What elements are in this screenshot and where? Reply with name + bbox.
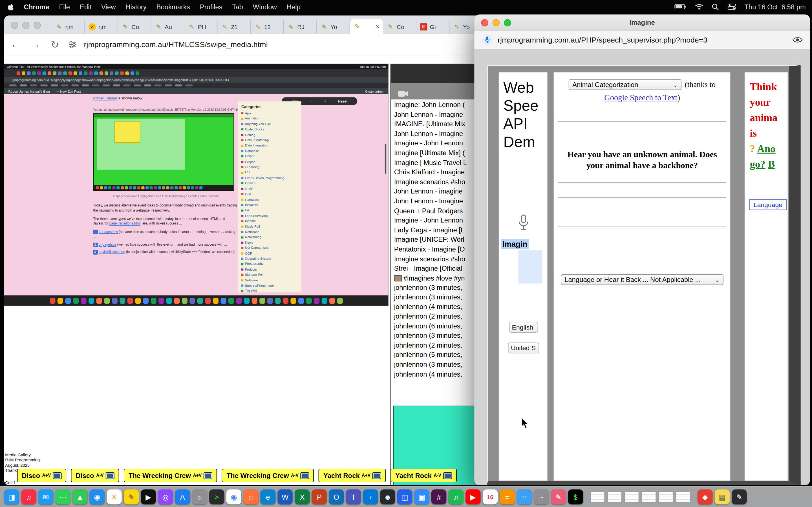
browser-tab[interactable]: ✎ Au [151,20,185,34]
dock-app-icon[interactable]: T [346,490,361,504]
video-list-item[interactable]: John Lennon - Imagine [394,110,478,119]
media-gallery-button[interactable]: The Wrecking CrewA+V [124,469,217,482]
pagetransitions-link[interactable]: pageTransitions.html [109,222,140,225]
media-gallery-button[interactable]: Yacht RockA+V [319,469,386,482]
window-preview[interactable] [659,492,673,503]
menubar-item[interactable]: History [125,3,146,11]
category-link[interactable]: Coding [241,132,298,138]
dock-app-icon[interactable]: ⋯ [56,490,70,504]
dock-app-icon[interactable]: e [260,490,275,504]
dock-app-icon[interactable]: ▣ [414,490,429,504]
embedded-screenshot-media[interactable]: Chrome File Edit View History Bookmarks … [4,64,389,306]
video-list-item[interactable]: John Lennon - imagine [394,187,478,196]
category-link[interactable]: Spectro/Photometer [241,283,298,288]
zoom-reset-button[interactable]: Reset [338,100,347,103]
menubar-item[interactable]: Bookmarks [156,3,190,11]
browser-tab[interactable]: ✎ rjm [52,20,85,34]
category-link[interactable]: Networking [241,235,298,240]
window-preview[interactable] [607,492,622,503]
dock-app-icon[interactable]: ◆ [698,490,712,504]
category-link[interactable]: Animation [241,116,298,121]
browser-tab[interactable]: E Gi [416,20,450,34]
eye-icon[interactable] [792,36,803,44]
dialect-select-button[interactable]: United S [508,342,539,353]
video-list-item[interactable]: johnlennon (6 minutes, [394,322,478,331]
dock-app-icon[interactable]: ▤ [715,490,730,504]
video-list-item[interactable]: Imagine scenarios #sho [394,177,478,187]
browser-tab[interactable]: ✎ Co [383,20,416,34]
category-link[interactable]: Operating System [241,256,298,262]
browser-tab[interactable]: ✎ × [350,18,384,34]
control-center-icon[interactable] [728,4,736,10]
onpagehide-link[interactable]: onpagehide [99,242,116,246]
dock-app-icon[interactable]: ▶ [141,490,156,504]
reload-button[interactable]: ↻ [49,39,61,50]
video-list-item[interactable]: Imagine | Music Travel L [394,158,478,168]
zoom-window-button[interactable] [34,22,41,29]
category-link[interactable]: Anything You Like [241,121,298,127]
browser-tab[interactable]: ✎ PH [185,20,218,34]
address-bar[interactable]: rjmprogramming.com.au/HTMLCSS/swipe_medi… [84,40,268,48]
microphone-icon[interactable] [481,34,493,45]
video-list-item[interactable]: Lady Gaga - Imagine [L [394,225,478,235]
dock-app-icon[interactable]: > [209,490,224,504]
browser-tab[interactable]: ✎ 12 [251,20,284,34]
hear-it-back-select[interactable]: Language or Hear it Back ... Not Applica… [561,274,723,285]
browser-tab[interactable]: ✓ rjm [85,20,118,34]
menubar-item[interactable]: Help [287,3,301,11]
video-list-item[interactable]: John Lennon - Imagine [394,196,478,206]
video-list-item[interactable]: Imagine [Ultimate Mix] ( [394,149,478,158]
dock-app-icon[interactable]: ◉ [90,490,105,504]
embedded-scrollbar[interactable] [385,144,387,174]
dock-app-icon[interactable]: ☼ [192,490,207,504]
dock-app-icon[interactable]: # [432,490,446,504]
category-link[interactable]: Moodle [241,218,298,224]
tutorial-screenshot-thumbnail[interactable] [93,113,234,191]
primer-tutorial-link[interactable]: Primer Tutorial [93,96,117,100]
video-list-item[interactable]: johnlennon (2 minutes, [394,341,478,350]
category-link[interactable]: iOS [241,208,298,213]
category-link[interactable]: Tiki Wiki [241,288,298,292]
category-link[interactable]: Photography [241,262,298,267]
category-link[interactable]: Signage Poll [241,272,298,277]
dock-app-icon[interactable]: O [329,490,344,504]
close-window-button[interactable] [11,22,18,29]
dock-app-icon[interactable]: ▶ [465,490,480,504]
category-link[interactable]: OOP [241,251,298,256]
menubar-item[interactable]: Window [253,3,277,11]
media-gallery-button[interactable]: DiscoA-V [71,469,119,482]
video-list-item[interactable]: johnlennon (4 minutes, [394,370,478,379]
browser-tab[interactable]: ✎ RJ [284,20,317,34]
window-preview[interactable] [676,492,690,503]
category-link[interactable]: Delphi [241,154,298,159]
video-list-item[interactable]: johnlennon (3 minutes, [394,293,478,302]
minimize-window-button[interactable] [22,22,30,29]
video-list-item[interactable]: Imagine - John Lennon [394,216,478,225]
window-preview[interactable] [642,492,656,503]
language-button[interactable]: Language [749,199,786,210]
browser-tab[interactable]: ✎ Co [118,20,151,34]
apple-logo-icon[interactable] [7,3,14,11]
category-link[interactable]: News [241,240,298,245]
animal-categorization-select[interactable]: Animal Categorization ⌄ [569,79,681,90]
wifi-icon[interactable] [695,4,703,10]
category-link[interactable]: Software [241,278,298,283]
browser-tab[interactable]: ✎ Yo [317,20,350,34]
site-settings-icon[interactable] [68,40,77,48]
category-link[interactable]: Music Poll [241,224,298,229]
dock-app-icon[interactable]: A [175,490,190,504]
category-link[interactable]: Not Categorised [241,245,298,251]
category-link[interactable]: Database [241,149,298,154]
category-link[interactable]: Games [241,181,298,186]
category-link[interactable]: Colour Matching [241,138,298,143]
onvisibilitychange-link[interactable]: onvisibilitychange [99,250,125,254]
video-list-item[interactable]: johnlennon (5 minutes, [394,350,478,360]
menubar-app-name[interactable]: Chrome [24,3,49,11]
dock-app-icon[interactable]: $ [568,490,583,504]
speech-mic-icon[interactable] [516,213,530,235]
video-list-item[interactable]: John Lennon - Imagine [394,129,478,139]
spotlight-search-icon[interactable] [712,3,720,11]
dock-app-icon[interactable]: ♫ [21,490,36,504]
video-list-item[interactable]: IMAGINE. [Ultimate Mix [394,120,478,129]
media-gallery-button[interactable]: The Wrecking CrewA-V [222,469,314,482]
